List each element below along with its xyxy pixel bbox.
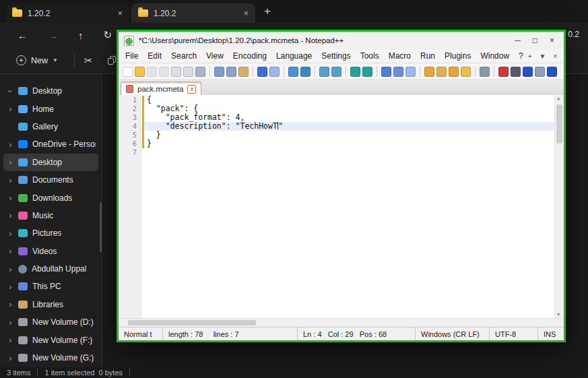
sidebar-item-abdullah-uppal[interactable]: ›Abdullah Uppal: [3, 260, 98, 278]
sidebar-item-music[interactable]: ›Music: [3, 207, 98, 224]
zoom-in-icon[interactable]: [319, 67, 329, 77]
horizontal-scrollbar[interactable]: [119, 318, 564, 327]
chevron-right-icon[interactable]: ›: [7, 353, 13, 363]
tab-close-icon[interactable]: ×: [243, 9, 249, 18]
replace-icon[interactable]: [300, 67, 311, 77]
menu-edit[interactable]: Edit: [143, 51, 166, 61]
redo-icon[interactable]: [269, 67, 280, 77]
npp-editor[interactable]: 1234567 { "pack": { "pack_format": 4, "d…: [119, 95, 564, 318]
code-line[interactable]: {: [145, 96, 554, 104]
sidebar-item-home[interactable]: ›Home: [3, 100, 98, 117]
menu-view[interactable]: View: [201, 51, 228, 61]
chevron-right-icon[interactable]: ›: [7, 264, 13, 274]
sidebar-item-new-volume-f[interactable]: ›New Volume (F:): [3, 331, 98, 348]
save-all-icon[interactable]: [159, 67, 169, 77]
explorer-tab[interactable]: 1.20.2×: [131, 3, 255, 23]
maximize-button[interactable]: □: [533, 36, 537, 45]
editor-code[interactable]: { "pack": { "pack_format": 4, "descripti…: [145, 95, 554, 318]
cut-icon[interactable]: ✂: [84, 55, 93, 67]
function-list-icon[interactable]: [424, 67, 434, 77]
code-line[interactable]: [145, 148, 554, 157]
up-icon[interactable]: ↑: [78, 30, 84, 41]
zoom-out-icon[interactable]: [331, 67, 341, 77]
show-all-characters-icon[interactable]: [393, 67, 403, 77]
word-wrap-icon[interactable]: [381, 67, 391, 77]
chevron-right-icon[interactable]: ›: [7, 299, 13, 309]
menu-window[interactable]: Window: [476, 51, 514, 61]
menu-run[interactable]: Run: [416, 51, 440, 61]
sidebar-item-documents[interactable]: ›Documents: [3, 171, 98, 189]
sidebar-item-downloads[interactable]: ›Downloads: [3, 189, 98, 206]
save-macro-icon[interactable]: [535, 67, 545, 77]
chevron-right-icon[interactable]: ›: [7, 139, 13, 150]
document-tab[interactable]: pack.mcmeta ×: [121, 82, 201, 96]
close-all-documents-icon[interactable]: [183, 67, 193, 77]
chevron-right-icon[interactable]: ›: [7, 246, 13, 256]
back-icon[interactable]: ←: [18, 30, 28, 41]
tab-new-icon[interactable]: +: [528, 53, 532, 60]
sidebar-item-pictures[interactable]: ›Pictures: [3, 224, 98, 242]
menu-search[interactable]: Search: [166, 51, 201, 61]
refresh-icon[interactable]: ↻: [104, 29, 112, 41]
menu-language[interactable]: Language: [271, 51, 317, 61]
record-macro-icon[interactable]: [498, 67, 509, 77]
tab-list-icon[interactable]: ▼: [540, 53, 546, 60]
chevron-right-icon[interactable]: ›: [7, 210, 13, 220]
code-line[interactable]: "description": "TechHowT": [145, 122, 554, 131]
minimize-button[interactable]: ─: [515, 36, 521, 45]
new-tab-button[interactable]: +: [264, 5, 271, 18]
copy-icon[interactable]: [226, 67, 236, 77]
undo-icon[interactable]: [257, 67, 267, 77]
run-macro-multiple-icon[interactable]: [547, 67, 557, 77]
tab-close-all-icon[interactable]: ×: [554, 53, 558, 60]
cut-icon[interactable]: [214, 67, 224, 77]
chevron-right-icon[interactable]: ›: [7, 104, 13, 114]
menu-[interactable]: ?: [514, 51, 528, 61]
encoding-status[interactable]: UTF-8: [490, 327, 538, 340]
menu-file[interactable]: File: [121, 51, 143, 61]
explorer-tab[interactable]: 1.20.2×: [5, 3, 129, 23]
sidebar-item-desktop[interactable]: ›Desktop: [3, 82, 98, 100]
new-button[interactable]: + New ▼: [9, 51, 65, 69]
sidebar-item-videos[interactable]: ›Videos: [3, 243, 98, 260]
indent-guide-icon[interactable]: [405, 67, 416, 77]
sync-vertical-icon[interactable]: [350, 67, 360, 77]
monitoring-icon[interactable]: [480, 67, 490, 77]
document-list-icon[interactable]: [449, 67, 459, 77]
playback-macro-icon[interactable]: [523, 67, 533, 77]
document-map-icon[interactable]: [436, 67, 447, 77]
insert-mode-status[interactable]: INS: [538, 327, 564, 340]
save-icon[interactable]: [147, 67, 157, 77]
sidebar-item-desktop[interactable]: ›Desktop: [3, 154, 98, 171]
tab-close-icon[interactable]: ×: [187, 85, 196, 94]
code-line[interactable]: }: [145, 139, 554, 148]
chevron-right-icon[interactable]: ›: [7, 193, 13, 203]
sidebar-item-new-volume-g[interactable]: ›New Volume (G:): [3, 349, 98, 367]
print-icon[interactable]: [195, 67, 205, 77]
close-document-icon[interactable]: [171, 67, 181, 77]
sidebar-item-libraries[interactable]: ›Libraries: [3, 296, 98, 313]
find-icon[interactable]: [288, 67, 298, 77]
chevron-right-icon[interactable]: ›: [7, 175, 13, 185]
sidebar-item-this-pc[interactable]: ›This PC: [3, 278, 98, 295]
open-folder-icon[interactable]: [135, 67, 145, 77]
menu-settings[interactable]: Settings: [317, 51, 355, 61]
sidebar-scrollbar[interactable]: [100, 202, 102, 253]
sidebar-item-new-volume-d[interactable]: ›New Volume (D:): [3, 313, 98, 331]
chevron-right-icon[interactable]: ›: [7, 335, 13, 345]
code-line[interactable]: }: [145, 131, 554, 139]
menu-plugins[interactable]: Plugins: [440, 51, 476, 61]
new-file-icon[interactable]: [123, 67, 133, 77]
eol-format-status[interactable]: Windows (CR LF): [416, 327, 490, 340]
menu-tools[interactable]: Tools: [356, 51, 384, 61]
tab-close-icon[interactable]: ×: [117, 9, 123, 18]
vertical-scrollbar-thumb[interactable]: [556, 104, 562, 144]
sidebar-item-onedrive-personal[interactable]: ›OneDrive - Personal: [3, 135, 98, 153]
horizontal-scrollbar-thumb[interactable]: [128, 320, 256, 325]
paste-icon[interactable]: [238, 67, 249, 77]
vertical-scrollbar[interactable]: [554, 95, 564, 318]
chevron-right-icon[interactable]: ›: [7, 282, 13, 292]
sync-horizontal-icon[interactable]: [362, 67, 372, 77]
copy-icon[interactable]: [108, 56, 116, 65]
stop-recording-icon[interactable]: [511, 67, 521, 77]
